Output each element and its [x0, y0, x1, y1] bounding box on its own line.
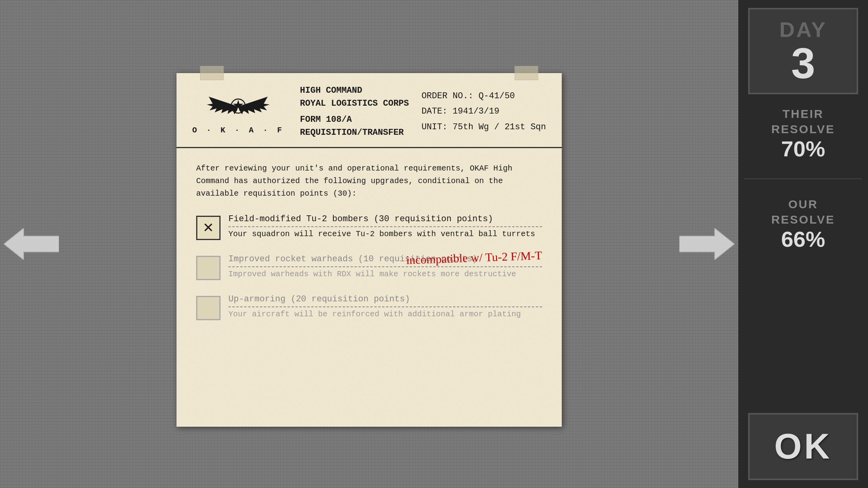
- req-divider-1: [228, 226, 542, 227]
- req-divider-2: [228, 266, 542, 267]
- req-title-1: Field-modified Tu-2 bombers (30 requisit…: [228, 214, 542, 224]
- their-resolve-section: THEIR RESOLVE 70%: [744, 102, 862, 165]
- order-no: ORDER NO.: Q-41/50: [421, 88, 546, 104]
- our-resolve-label-2: RESOLVE: [744, 212, 862, 227]
- doc-intro: After reviewing your unit's and operatio…: [196, 162, 542, 200]
- form-line1: FORM 108/A: [300, 113, 421, 126]
- svg-marker-1: [679, 228, 734, 260]
- incompatible-note: incompatible w/ Tu-2 F/M-T: [406, 249, 542, 267]
- ok-label: OK: [774, 426, 832, 467]
- main-area: O · K · A · F HIGH COMMAND ROYAL LOGISTI…: [0, 0, 738, 488]
- form-line2: REQUISITION/TRANSFER: [300, 126, 421, 139]
- doc-header: O · K · A · F HIGH COMMAND ROYAL LOGISTI…: [177, 73, 562, 148]
- their-resolve-label-2: RESOLVE: [744, 121, 862, 137]
- req-item-2[interactable]: Improved rocket warheads (10 requisition…: [196, 254, 542, 280]
- resolve-divider: [744, 178, 862, 179]
- checkbox-2[interactable]: [196, 256, 221, 280]
- checkbox-x-icon: ✕: [203, 220, 213, 236]
- next-arrow[interactable]: [679, 228, 734, 260]
- req-desc-2: Improved warheads with RDX will make roc…: [228, 270, 542, 279]
- sidebar: DAY 3 THEIR RESOLVE 70% OUR RESOLVE 66% …: [738, 0, 868, 488]
- their-resolve-value: 70%: [744, 137, 862, 161]
- our-resolve-label-1: OUR: [744, 196, 862, 212]
- day-number: 3: [791, 42, 815, 85]
- checkbox-3[interactable]: [196, 296, 221, 320]
- req-content-2: Improved rocket warheads (10 requisition…: [228, 254, 542, 279]
- day-label: DAY: [779, 17, 827, 42]
- org-line1: HIGH COMMAND: [300, 84, 421, 97]
- req-content-3: Up-armoring (20 requisition points) Your…: [228, 294, 542, 319]
- our-resolve-section: OUR RESOLVE 66%: [744, 193, 862, 255]
- date: DATE: 1941/3/19: [421, 104, 546, 119]
- unit: UNIT: 75th Wg / 21st Sqn: [421, 119, 546, 135]
- header-right: ORDER NO.: Q-41/50 DATE: 1941/3/19 UNIT:…: [421, 88, 546, 135]
- doc-body: After reviewing your unit's and operatio…: [177, 148, 562, 349]
- okaf-logo-icon: [205, 89, 272, 124]
- svg-marker-0: [4, 228, 59, 260]
- logo-area: O · K · A · F: [192, 89, 284, 135]
- req-item-3[interactable]: Up-armoring (20 requisition points) Your…: [196, 294, 542, 320]
- our-resolve-value: 66%: [744, 227, 862, 251]
- checkbox-1[interactable]: ✕: [196, 216, 221, 240]
- req-content-1: Field-modified Tu-2 bombers (30 requisit…: [228, 214, 542, 238]
- req-item-1[interactable]: ✕ Field-modified Tu-2 bombers (30 requis…: [196, 214, 542, 240]
- header-center: HIGH COMMAND ROYAL LOGISTICS CORPS FORM …: [300, 84, 421, 139]
- document: O · K · A · F HIGH COMMAND ROYAL LOGISTI…: [177, 73, 562, 427]
- org-line2: ROYAL LOGISTICS CORPS: [300, 97, 421, 110]
- logo-text: O · K · A · F: [192, 126, 284, 135]
- req-desc-1: Your squadron will receive Tu-2 bombers …: [228, 229, 542, 238]
- tape-left: [200, 66, 224, 80]
- prev-arrow[interactable]: [4, 228, 59, 260]
- their-resolve-label-1: THEIR: [744, 106, 862, 121]
- day-box: DAY 3: [748, 8, 858, 94]
- req-divider-3: [228, 306, 542, 307]
- ok-button[interactable]: OK: [748, 413, 858, 480]
- req-desc-3: Your aircraft will be reinforced with ad…: [228, 310, 542, 319]
- req-title-3: Up-armoring (20 requisition points): [228, 294, 542, 304]
- tape-right: [515, 66, 538, 80]
